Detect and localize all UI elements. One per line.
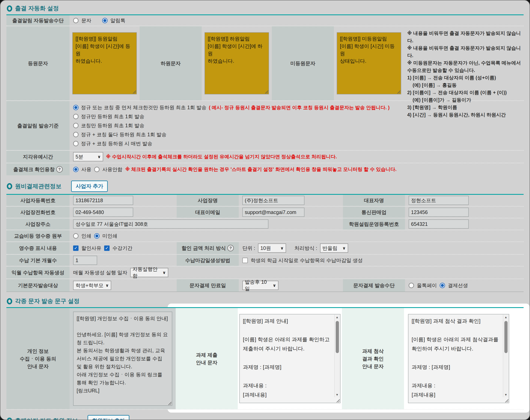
help-icon[interactable]: ? <box>56 166 63 173</box>
auto-generate-label: 익월 수납항목 자동생성 <box>6 267 70 279</box>
checkbox-discount-reason[interactable]: ✓ <box>73 245 78 251</box>
radio-print-label[interactable]: 인쇄 <box>81 233 91 239</box>
scrollbar-thumb[interactable] <box>336 321 339 353</box>
arrival-message-textarea[interactable]: [[학원명]] 등원알림 [이름] 학생이 [시간]에 등원 하였습니다. <box>72 32 137 94</box>
homework-submit-textarea[interactable]: [[학원명] 과제 안내] [이름] 학생은 아래의 과제를 확인하고 제출하여… <box>239 314 340 403</box>
auto-generate-select[interactable]: 자동실행안함 ∨ <box>130 268 168 277</box>
mail-order-input[interactable] <box>409 208 469 217</box>
radio-criteria-every-time[interactable] <box>73 141 78 146</box>
scroll-down-icon[interactable]: ▼ <box>504 393 507 396</box>
resize-handle-icon[interactable] <box>265 90 268 94</box>
checkbox-discount-reason-label[interactable]: 할인사유 <box>81 245 101 252</box>
academy-reg-input[interactable] <box>409 219 469 229</box>
late-grace-select[interactable]: 5분 ∨ <box>73 152 103 161</box>
sms-target-select[interactable]: 학생+학부모 ∨ <box>73 281 111 290</box>
add-business-button[interactable]: 사업자 추가 <box>71 180 108 192</box>
sms-pay-expire-cell: 발송후 10일 ∨ <box>239 279 343 292</box>
criteria-option-label[interactable]: 정규 + 코칭 등하원 시 매번 발송 <box>81 140 152 147</box>
criteria-option-label[interactable]: 정규 + 코칭 둘다 등하원 최초 1회 발송 <box>81 131 166 138</box>
radio-payssam-label[interactable]: 결제선생 <box>448 282 468 289</box>
sms-settings-row: 기본문자발송대상 학생+학부모 ∨ 문자결제 만료일 발송후 10일 ∨ 문자결… <box>6 279 524 292</box>
ceo-label: 대표자명 <box>343 195 405 206</box>
departure-label: 하원문자 <box>140 26 202 100</box>
radio-check-window-use[interactable] <box>73 167 78 172</box>
settings-page: 출결 자동화 설정 출결알림 자동발송수단 문자 알림톡 등원문자 [[학원명]… <box>0 0 530 420</box>
checkbox-deadline-method[interactable] <box>242 258 248 263</box>
email-input[interactable] <box>242 208 305 217</box>
homework-review-textarea[interactable]: [[학원명] 과제 첨삭 결과 확인] [이름] 학생은 아래의 과제 첨삭결과… <box>408 314 509 403</box>
unit-select[interactable]: 10원 ∨ <box>258 243 286 253</box>
proc-select[interactable]: 반올림 ∨ <box>320 243 348 253</box>
deadline-method-label: 수납마감일생성방법 <box>177 255 239 266</box>
biz-no-cell <box>70 195 177 206</box>
homework-review-cell: [[학원명] 과제 첨삭 결과 확인] [이름] 학생은 아래의 과제 첨삭결과… <box>404 308 524 409</box>
criteria-option-label[interactable]: 정규 또는 코칭 중 먼저 체크한것만 등하원 최초 1회 발송 <box>81 104 206 111</box>
send-method-options: 문자 알림톡 <box>70 15 524 26</box>
receipt-display-label: 영수증 표시 내용 <box>6 242 70 254</box>
radio-check-window-nouse-label[interactable]: 사용안함 <box>102 166 122 173</box>
resize-handle-icon[interactable] <box>397 90 400 94</box>
radio-sms-label[interactable]: 문자 <box>81 17 91 24</box>
unit-label: 단위 : <box>242 245 255 252</box>
section-sms-phrases: 각종 문자 발송 문구 설정 개인 정보 수집ㆍ이용 동의 안내 문자 [[학원… <box>6 296 524 410</box>
radio-criteria-first-checked[interactable] <box>73 105 78 110</box>
absent-message-textarea[interactable]: [[학원명]] 미등원알림 [이름] 학생이 [시간] 미등원 상태입니다. <box>337 32 401 94</box>
radio-criteria-both-once[interactable] <box>73 132 78 137</box>
scroll-down-icon[interactable]: ▼ <box>336 393 339 396</box>
scroll-up-icon[interactable]: ▲ <box>504 315 507 319</box>
address-input[interactable] <box>73 219 268 229</box>
default-months-input[interactable] <box>73 256 97 265</box>
scrollbar[interactable]: ▲ ▼ <box>503 315 509 397</box>
help-icon[interactable]: ? <box>227 245 234 251</box>
resize-handle-icon[interactable] <box>168 402 171 405</box>
radio-payssam[interactable] <box>440 283 445 288</box>
ceo-input[interactable] <box>409 196 469 205</box>
radio-alimtalk[interactable] <box>102 18 108 23</box>
ceo-cell <box>405 195 524 206</box>
biz-name-input[interactable] <box>242 196 305 205</box>
radio-alltalk-pay[interactable] <box>409 283 414 288</box>
radio-alimtalk-label[interactable]: 알림톡 <box>110 17 125 24</box>
radio-sms[interactable] <box>73 18 78 23</box>
page-title: 출결 자동화 설정 <box>15 4 59 13</box>
phone-input[interactable] <box>73 208 133 217</box>
resize-handle-icon[interactable] <box>505 399 508 402</box>
sms-pay-expire-select[interactable]: 발송후 10일 ∨ <box>242 281 279 290</box>
payment-header: 원비결제관련정보 사업자 추가 <box>6 179 524 195</box>
scrollbar-thumb[interactable] <box>504 321 508 353</box>
criteria-option: 정규 또는 코칭 중 먼저 체크한것만 등하원 최초 1회 발송 ( 예시- 정… <box>73 104 390 111</box>
radio-noprint[interactable] <box>94 233 100 239</box>
phrases-row: 개인 정보 수집ㆍ이용 동의 안내 문자 [[학원명] 개인정보 수집ㆍ이용 동… <box>6 308 524 410</box>
mail-order-cell <box>405 207 524 218</box>
phone-cell <box>70 207 177 218</box>
resize-handle-icon[interactable] <box>133 90 136 94</box>
checkbox-deadline-method-label[interactable]: 학생의 학급 시작일로 수납항목의 수납마감일 생성 <box>250 257 363 264</box>
checkbox-course-period-label[interactable]: 수강기간 <box>112 245 132 252</box>
add-academy-info-button[interactable]: 학원정보 추가 <box>88 415 129 420</box>
criteria-option-label[interactable]: 코칭만 등하원 최초 1회 발송 <box>81 122 144 129</box>
criteria-option-label[interactable]: 정규만 등하원 최초 1회 발송 <box>81 113 144 120</box>
departure-message-textarea[interactable]: [[학원명]] 하원알림 [이름] 학생이 [시간]에 하원 하였습니다. <box>205 32 269 94</box>
privacy-message-textarea[interactable]: [[학원명] 개인정보 수집ㆍ이용 동의 안내] 안녕하세요. [이름] 학생 … <box>73 312 172 406</box>
radio-check-window-nouse[interactable] <box>94 167 100 172</box>
radio-criteria-coaching-only[interactable] <box>73 123 78 128</box>
chevron-down-icon: ∨ <box>342 246 346 251</box>
check-window-note: ※ 체크된 출결기록의 실시간 확인을 원하는 경우 '스마트 출결기 설정' … <box>125 166 397 173</box>
messages-row: 등원문자 [[학원명]] 등원알림 [이름] 학생이 [시간]에 등원 하였습니… <box>6 26 524 100</box>
radio-noprint-label[interactable]: 미인쇄 <box>102 233 117 239</box>
radio-alltalk-pay-label[interactable]: 올톡페이 <box>417 282 437 289</box>
address-cell <box>70 218 343 230</box>
radio-criteria-regular-only[interactable] <box>73 114 78 119</box>
scroll-up-icon[interactable]: ▲ <box>336 315 339 319</box>
checkbox-course-period[interactable]: ✓ <box>104 245 110 251</box>
section-bullet-icon <box>7 5 12 12</box>
check-window-label: 출결체크 확인용창 ? <box>6 163 70 175</box>
auto-generate-row: 익월 수납항목 자동생성 매월 자동생성 실행 일자 자동실행안함 ∨ <box>6 266 524 279</box>
biz-no-input[interactable] <box>73 196 133 205</box>
phrases-header: 각종 문자 발송 문구 설정 <box>6 296 524 308</box>
message-notes: ※ 내용을 비워두면 출결 자동문자가 발송되지 않습니다. ※ 내용을 비워두… <box>404 26 524 100</box>
scrollbar[interactable]: ▲ ▼ <box>334 315 340 397</box>
radio-print[interactable] <box>73 233 78 239</box>
radio-check-window-use-label[interactable]: 사용 <box>81 166 91 173</box>
resize-handle-icon[interactable] <box>337 399 340 402</box>
